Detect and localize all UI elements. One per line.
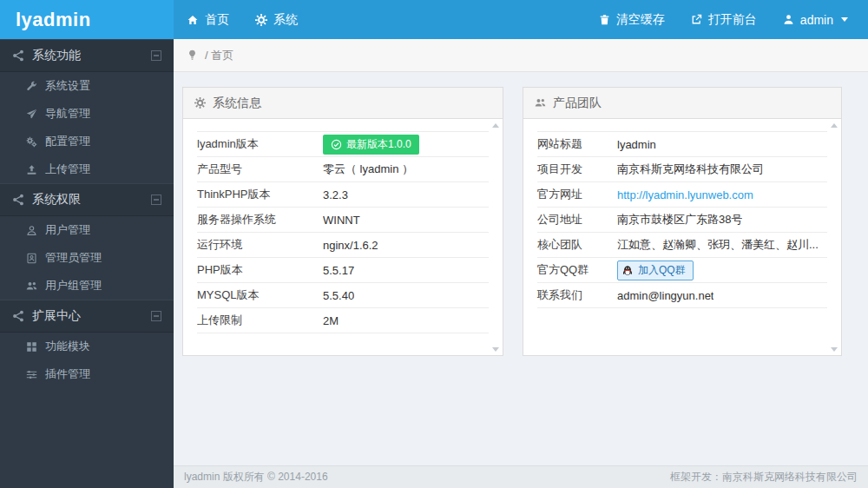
row-label: 核心团队 [537,237,617,253]
users-icon [26,280,37,292]
user-menu[interactable]: admin [770,0,861,39]
nav-home-label: 首页 [205,12,229,28]
team-row-developer: 项目开发 南京科斯克网络科技有限公司 [537,157,827,182]
topbar-actions: 清空缓存 打开前台 admin [586,0,861,39]
nav-system-label: 系统 [273,12,298,28]
user-outline-icon [26,225,37,236]
open-frontend-label: 打开前台 [708,12,757,28]
row-label: 产品型号 [197,162,323,177]
row-label: PHP版本 [197,262,323,278]
team-row-core-team: 核心团队 江如意、赵瀚卿、张玥、潘美红、赵川... [537,233,827,258]
panel-system-info-body: lyadmin版本 最新版本1.0.0 产品型号 零云（ lyadmin ） [183,119,503,333]
home-icon [187,14,199,26]
sidebar-item-usergroup-management[interactable]: 用户组管理 [0,272,174,300]
item-label: 功能模块 [45,339,90,354]
check-circle-icon [331,139,342,150]
external-link-icon [691,14,702,25]
share-icon [12,310,24,322]
row-label: 官方网址 [537,187,617,202]
team-icon [535,97,546,109]
latest-version-badge: 最新版本1.0.0 [323,135,419,155]
sidebar-item-nav-management[interactable]: 导航管理 [0,100,174,128]
gear-icon [194,97,206,109]
row-value: WINNT [323,214,360,227]
clear-cache-button[interactable]: 清空缓存 [586,0,678,39]
top-nav: 首页 系统 [174,0,311,39]
item-label: 管理员管理 [45,250,102,266]
official-site-link[interactable]: http://lyadmin.lyunweb.com [617,188,753,201]
row-label: ThinkPHP版本 [197,187,323,202]
sidebar-item-user-management[interactable]: 用户管理 [0,216,174,244]
trash-icon [599,14,610,25]
collapse-icon[interactable] [151,50,161,61]
row-label: lyadmin版本 [197,136,323,152]
breadcrumb: / 首页 [174,39,868,72]
sidebar-item-plugin-management[interactable]: 插件管理 [0,360,174,388]
sidebar-item-admin-management[interactable]: 管理员管理 [0,244,174,272]
scroll-up-icon[interactable] [492,123,499,128]
sidebar-section-extension-center[interactable]: 扩展中心 [0,300,174,333]
row-label: 服务器操作系统 [197,212,323,228]
join-qq-button[interactable]: 加入QQ群 [617,260,694,280]
row-label: 运行环境 [197,237,323,253]
info-row-env: 运行环境 nginx/1.6.2 [197,233,489,258]
nav-system[interactable]: 系统 [242,0,311,39]
nav-home[interactable]: 首页 [174,0,242,39]
clear-cache-label: 清空缓存 [616,12,665,28]
panel-title: 产品团队 [553,96,602,111]
sidebar: 系统功能 系统设置 导航管理 配置管理 上传管理 系统权限 [0,39,174,488]
grid-icon [26,341,37,353]
open-frontend-button[interactable]: 打开前台 [678,0,770,39]
scroll-down-icon[interactable] [492,347,499,352]
sidebar-item-config-management[interactable]: 配置管理 [0,128,174,155]
collapse-icon[interactable] [151,311,161,321]
row-value: 5.5.40 [323,289,354,302]
share-icon [12,194,24,206]
qq-penguin-icon [621,264,634,276]
wrench-icon [26,81,37,92]
row-label: 官方QQ群 [537,262,617,278]
panel-team-body: 网站标题 lyadmin 项目开发 南京科斯克网络科技有限公司 官方网址 htt… [523,119,841,308]
item-label: 用户组管理 [45,278,102,293]
collapse-icon[interactable] [151,195,161,205]
item-label: 插件管理 [45,366,90,382]
panel-team: 产品团队 网站标题 lyadmin 项目开发 南京科斯克网络科技有限公司 官方网… [523,87,842,356]
lightbulb-icon [187,49,198,61]
section-label: 扩展中心 [32,308,81,324]
gear-icon [255,14,267,26]
panel-system-info-header: 系统信息 [183,88,503,119]
row-label: 上传限制 [197,313,323,328]
join-qq-label: 加入QQ群 [638,263,686,278]
footer-copyright: lyadmin 版权所有 © 2014-2016 [184,470,328,485]
paper-plane-icon [26,109,37,120]
breadcrumb-path[interactable]: / 首页 [205,48,233,63]
row-value: 零云（ lyadmin ） [323,162,413,177]
row-label: 网站标题 [537,136,617,152]
chevron-down-icon [841,17,848,22]
row-value: lyadmin [617,138,656,151]
sidebar-section-system-functions[interactable]: 系统功能 [0,39,174,72]
sidebar-section-system-permissions[interactable]: 系统权限 [0,183,174,216]
item-label: 系统设置 [45,78,90,94]
share-icon [12,49,24,62]
row-value: 2M [323,314,339,327]
cogs-icon [26,136,37,148]
scroll-down-icon[interactable] [831,347,838,352]
row-value: 南京科斯克网络科技有限公司 [617,162,764,177]
scroll-up-icon[interactable] [831,123,838,128]
info-row-version: lyadmin版本 最新版本1.0.0 [197,132,489,157]
row-label: 联系我们 [537,287,617,303]
sidebar-item-function-modules[interactable]: 功能模块 [0,333,174,360]
sliders-icon [26,369,37,380]
user-menu-label: admin [800,13,833,27]
section-label: 系统功能 [32,48,81,63]
sidebar-item-upload-management[interactable]: 上传管理 [0,155,174,183]
info-row-os: 服务器操作系统 WINNT [197,208,489,233]
info-row-thinkphp: ThinkPHP版本 3.2.3 [197,182,489,208]
team-row-contact: 联系我们 admin@lingyun.net [537,283,827,308]
row-value: 江如意、赵瀚卿、张玥、潘美红、赵川... [617,237,819,253]
badge-label: 最新版本1.0.0 [346,137,411,152]
item-label: 导航管理 [45,106,90,122]
app-logo[interactable]: lyadmin [0,0,174,39]
sidebar-item-system-settings[interactable]: 系统设置 [0,72,174,100]
